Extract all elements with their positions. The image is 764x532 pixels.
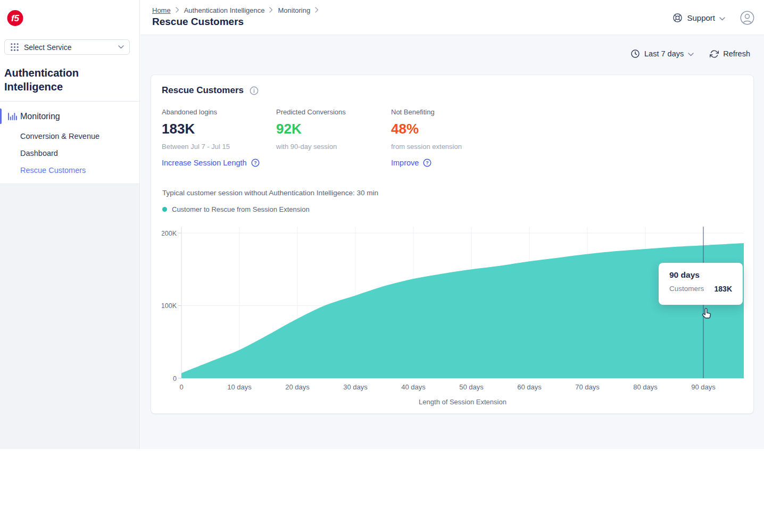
sidebar-item-dashboard[interactable]: Dashboard — [0, 145, 139, 162]
sidebar-item-conversion-revenue[interactable]: Conversion & Revenue — [0, 128, 139, 145]
chevron-right-icon — [269, 6, 273, 14]
sidebar: f5 Select Service Authentication Intelli… — [0, 0, 140, 449]
user-avatar-icon[interactable] — [740, 11, 754, 25]
sidebar-background — [0, 184, 139, 449]
tooltip-title: 90 days — [669, 270, 732, 280]
sidebar-item-rescue-customers[interactable]: Rescue Customers — [0, 162, 139, 179]
svg-text:40 days: 40 days — [401, 383, 426, 391]
legend-dot-icon — [162, 207, 167, 212]
f5-logo[interactable]: f5 — [7, 8, 24, 30]
main-header: Home Authentication Intelligence Monitor… — [140, 0, 764, 35]
svg-text:?: ? — [254, 160, 257, 165]
question-icon[interactable]: ? — [423, 159, 431, 167]
svg-text:20 days: 20 days — [285, 383, 310, 391]
metric-note: Between Jul 7 - Jul 15 — [162, 143, 276, 151]
support-menu[interactable]: Support — [672, 13, 725, 23]
metric-value-1: 92K — [276, 121, 391, 137]
bar-chart-icon — [7, 112, 17, 123]
metric-not-benefiting: Not Benefiting 48% from session extensio… — [391, 108, 506, 167]
metric-label: Abandoned logins — [162, 108, 276, 116]
toolbar: Last 7 days Refresh — [630, 49, 750, 59]
select-service-label: Select Service — [24, 43, 71, 52]
pointer-cursor-icon — [700, 306, 714, 323]
chart-legend[interactable]: Customer to Rescue from Session Extensio… — [162, 205, 310, 213]
sidebar-divider — [0, 184, 139, 184]
apps-grid-icon — [10, 43, 19, 52]
breadcrumb-home[interactable]: Home — [152, 6, 171, 14]
svg-text:f5: f5 — [11, 13, 20, 23]
metric-value-0: 183K — [162, 121, 276, 137]
metric-label: Predicted Conversions — [276, 108, 391, 116]
metric-abandoned-logins: Abandoned logins 183K Between Jul 7 - Ju… — [162, 108, 276, 167]
chevron-down-icon — [118, 45, 124, 49]
svg-text:0: 0 — [173, 375, 177, 383]
sidebar-section-label: Monitoring — [20, 112, 60, 121]
lifebuoy-icon — [672, 13, 683, 23]
header-actions: Support — [672, 0, 754, 35]
chevron-down-icon — [688, 49, 694, 58]
metric-label: Not Benefiting — [391, 108, 506, 116]
svg-text:70 days: 70 days — [575, 383, 600, 391]
session-note: Typical customer session without Authent… — [162, 189, 378, 197]
refresh-button[interactable]: Refresh — [710, 49, 750, 59]
question-icon[interactable]: ? — [251, 159, 260, 167]
metric-note: from session extension — [391, 143, 506, 151]
area-chart[interactable]: 010 days20 days30 days40 days50 days60 d… — [162, 226, 744, 409]
metric-value-2: 48% — [391, 121, 506, 137]
refresh-icon — [710, 49, 719, 59]
rescue-customers-card: Rescue Customers Abandoned logins 183K B… — [151, 74, 754, 414]
sidebar-nav: Conversion & Revenue Dashboard Rescue Cu… — [0, 128, 139, 179]
sidebar-section-monitoring[interactable]: Monitoring — [0, 108, 139, 124]
svg-text:50 days: 50 days — [459, 383, 484, 391]
info-icon[interactable] — [250, 86, 259, 95]
breadcrumb-auth-intelligence[interactable]: Authentication Intelligence — [184, 6, 265, 14]
app-window: f5 Select Service Authentication Intelli… — [0, 0, 764, 449]
active-section-accent — [0, 109, 2, 124]
tooltip-value: 183K — [715, 285, 732, 293]
svg-text:80 days: 80 days — [633, 383, 658, 391]
svg-text:?: ? — [426, 160, 429, 165]
chevron-down-icon — [719, 13, 725, 22]
metric-predicted-conversions: Predicted Conversions 92K with 90-day se… — [276, 108, 391, 167]
select-service-dropdown[interactable]: Select Service — [4, 39, 130, 55]
chevron-right-icon — [176, 6, 179, 14]
link-label: Improve — [391, 159, 419, 167]
tooltip-label: Customers — [669, 285, 704, 293]
main-content: Home Authentication Intelligence Monitor… — [140, 0, 764, 449]
svg-text:100K: 100K — [162, 302, 177, 310]
chart-tooltip: 90 days Customers 183K — [659, 263, 743, 305]
breadcrumb: Home Authentication Intelligence Monitor… — [152, 6, 319, 14]
chart-canvas[interactable]: 010 days20 days30 days40 days50 days60 d… — [162, 226, 744, 409]
svg-text:Length of Session Extension: Length of Session Extension — [419, 398, 506, 406]
svg-text:30 days: 30 days — [343, 383, 368, 391]
page-title: Rescue Customers — [152, 16, 244, 28]
improve-link[interactable]: Improve ? — [391, 159, 506, 167]
metrics-row: Abandoned logins 183K Between Jul 7 - Ju… — [162, 108, 506, 167]
breadcrumb-monitoring[interactable]: Monitoring — [278, 6, 310, 14]
support-label: Support — [687, 13, 715, 22]
time-range-dropdown[interactable]: Last 7 days — [630, 49, 694, 59]
increase-session-length-link[interactable]: Increase Session Length ? — [162, 159, 276, 167]
svg-text:0: 0 — [179, 383, 183, 391]
product-title: Authentication Intelligence — [4, 66, 127, 94]
chevron-right-icon — [315, 6, 319, 14]
sidebar-divider — [0, 101, 139, 102]
svg-text:90 days: 90 days — [691, 383, 716, 391]
svg-text:10 days: 10 days — [227, 383, 252, 391]
link-label: Increase Session Length — [162, 159, 247, 167]
clock-icon — [630, 49, 640, 59]
time-range-label: Last 7 days — [644, 49, 684, 58]
svg-text:60 days: 60 days — [517, 383, 542, 391]
refresh-label: Refresh — [723, 49, 750, 58]
metric-note: with 90-day session — [276, 143, 391, 151]
svg-text:200K: 200K — [162, 230, 177, 237]
legend-label: Customer to Rescue from Session Extensio… — [172, 205, 310, 213]
card-title: Rescue Customers — [162, 85, 244, 96]
